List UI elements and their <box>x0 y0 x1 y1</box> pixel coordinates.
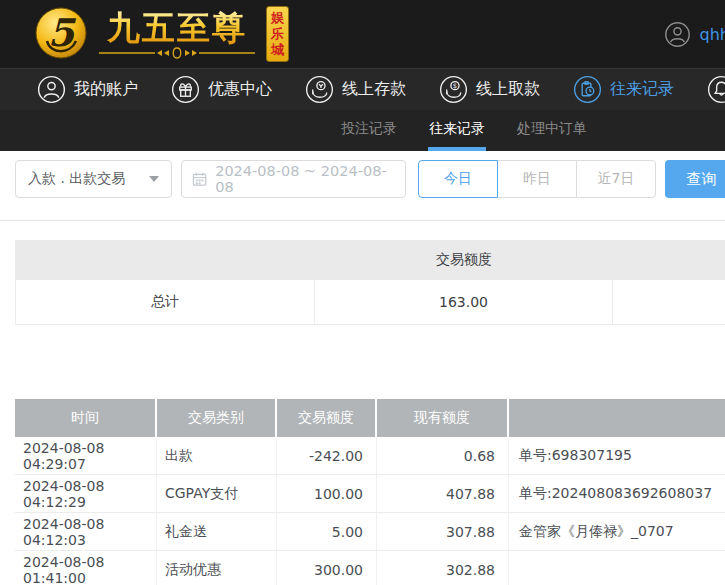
row-amount: 5.00 <box>277 513 377 550</box>
row-summary <box>509 551 725 585</box>
row-time: 2024-08-08 04:12:03 <box>15 513 157 550</box>
row-amount: 300.00 <box>277 551 377 585</box>
row-balance: 407.88 <box>377 475 509 512</box>
records-icon <box>573 75 602 104</box>
col-type: 交易类别 <box>157 399 277 437</box>
row-balance: 302.88 <box>377 551 509 585</box>
row-type: 礼金送 <box>157 513 277 550</box>
table-row: 2024-08-08 04:12:03 礼金送 5.00 307.88 金管家《… <box>15 513 725 551</box>
range-today-button[interactable]: 今日 <box>418 160 498 198</box>
row-summary: 单号:698307195 <box>509 437 725 474</box>
row-time: 2024-08-08 04:12:29 <box>15 475 157 512</box>
nav-item-records[interactable]: 往来记录 <box>573 75 674 104</box>
nav-item-withdraw[interactable]: $ 线上取款 <box>439 75 540 104</box>
summary-total-value: 163.00 <box>315 280 613 324</box>
section-divider <box>0 220 725 221</box>
row-type: 活动优惠 <box>157 551 277 585</box>
withdraw-icon: $ <box>439 75 468 104</box>
user-account[interactable]: qhhw <box>664 0 725 68</box>
bell-icon <box>707 75 725 104</box>
transactions-table-header: 时间 交易类别 交易额度 现有额度 摘要 <box>15 399 725 437</box>
row-summary: 单号:202408083692608037 <box>509 475 725 512</box>
logo-badge: 娱 乐 城 <box>266 6 289 62</box>
site-title: 九五至尊 <box>107 10 247 46</box>
nav-label: 线上取款 <box>476 79 540 100</box>
row-amount: -242.00 <box>277 437 377 474</box>
row-amount: 100.00 <box>277 475 377 512</box>
date-range-input[interactable]: 2024-08-08 ~ 2024-08-08 <box>181 160 406 198</box>
nav-item-promotions[interactable]: 优惠中心 <box>171 75 272 104</box>
nav-label: 我的账户 <box>74 79 138 100</box>
nav-label: 往来记录 <box>610 79 674 100</box>
transaction-records-page: 5 九五至尊 娱 乐 城 <box>0 0 725 585</box>
chevron-down-icon <box>149 176 159 182</box>
summary-table-header: 交易额度 <box>15 240 725 280</box>
tab-transaction-records[interactable]: 往来记录 <box>428 110 486 151</box>
col-summary: 摘要 <box>509 399 725 437</box>
transaction-type-select[interactable]: 入款 . 出款交易 <box>15 160 172 198</box>
logo-emblem-icon: 5 <box>34 5 88 63</box>
gift-icon <box>171 75 200 104</box>
transactions-table: 时间 交易类别 交易额度 现有额度 摘要 2024-08-08 04:29:07… <box>15 399 725 585</box>
logo-flourish-icon <box>97 47 257 59</box>
summary-total-row: 总计 163.00 <box>15 280 725 325</box>
calendar-icon <box>192 171 207 187</box>
row-type: CGPAY支付 <box>157 475 277 512</box>
col-time: 时间 <box>15 399 157 437</box>
tab-bet-records[interactable]: 投注记录 <box>340 110 398 151</box>
summary-total-extra <box>613 280 725 324</box>
tab-pending-orders[interactable]: 处理中订单 <box>516 110 588 151</box>
summary-total-label: 总计 <box>15 280 315 324</box>
main-nav: 我的账户 优惠中心 线上存款 <box>0 68 725 110</box>
row-time: 2024-08-08 01:41:00 <box>15 551 157 585</box>
user-icon <box>37 75 66 104</box>
summary-header-amount: 交易额度 <box>315 240 613 280</box>
quick-range-group: 今日 昨日 近7日 <box>418 160 656 198</box>
table-row: 2024-08-08 01:41:00 活动优惠 300.00 302.88 <box>15 551 725 585</box>
row-balance: 307.88 <box>377 513 509 550</box>
summary-header-extra <box>613 240 725 280</box>
table-row: 2024-08-08 04:12:29 CGPAY支付 100.00 407.8… <box>15 475 725 513</box>
nav-item-deposit[interactable]: 线上存款 <box>305 75 406 104</box>
username[interactable]: qhhw <box>699 25 725 44</box>
summary-header-empty <box>15 240 315 280</box>
col-amount: 交易额度 <box>277 399 377 437</box>
date-range-value: 2024-08-08 ~ 2024-08-08 <box>215 163 395 195</box>
nav-label: 线上存款 <box>342 79 406 100</box>
table-row: 2024-08-08 04:29:07 出款 -242.00 0.68 单号:6… <box>15 437 725 475</box>
range-yesterday-button[interactable]: 昨日 <box>497 160 577 198</box>
avatar-icon <box>664 21 691 48</box>
transaction-type-value: 入款 . 出款交易 <box>28 170 125 188</box>
site-logo[interactable]: 5 九五至尊 娱 乐 城 <box>34 5 289 63</box>
svg-text:$: $ <box>453 82 457 90</box>
row-balance: 0.68 <box>377 437 509 474</box>
row-summary: 金管家《月俸禄》_0707 <box>509 513 725 550</box>
row-time: 2024-08-08 04:29:07 <box>15 437 157 474</box>
nav-item-my-account[interactable]: 我的账户 <box>37 75 138 104</box>
summary-table: 交易额度 总计 163.00 <box>15 240 725 325</box>
filter-bar: 入款 . 出款交易 2024-08-08 ~ 2024-08-08 今日 昨日 … <box>15 160 656 198</box>
site-header: 5 九五至尊 娱 乐 城 <box>0 0 725 68</box>
nav-item-messages[interactable]: 信息 <box>707 75 725 104</box>
query-button[interactable]: 查询 <box>665 160 725 198</box>
nav-label: 优惠中心 <box>208 79 272 100</box>
record-tabs: 投注记录 往来记录 处理中订单 <box>0 110 725 151</box>
row-type: 出款 <box>157 437 277 474</box>
deposit-icon <box>305 75 334 104</box>
range-last7days-button[interactable]: 近7日 <box>576 160 656 198</box>
col-balance: 现有额度 <box>377 399 509 437</box>
